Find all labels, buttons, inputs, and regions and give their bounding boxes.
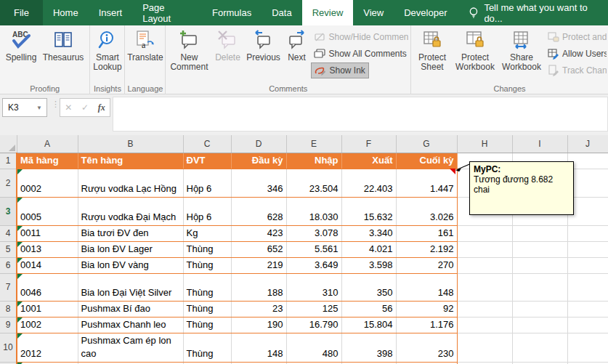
name-box-dropdown-icon[interactable]: ▼ <box>36 105 46 111</box>
column-header-F[interactable]: F <box>341 135 396 153</box>
table-row-cell[interactable]: Bia tươi ĐV đen <box>78 225 183 241</box>
row-header-2[interactable]: 2 <box>0 169 17 197</box>
table-row-cell[interactable]: Pushmax Chanh leo <box>78 317 183 333</box>
table-row-cell[interactable]: Bia lon ĐV Lager <box>78 241 183 257</box>
allow-users-button[interactable]: Allow Users to <box>545 46 607 62</box>
insert-function-icon[interactable]: fx <box>98 102 105 113</box>
table-row-cell[interactable]: 1.176 <box>396 317 457 333</box>
table-row-cell[interactable]: 0014 <box>17 257 78 273</box>
comment-box[interactable]: MyPC: Tương đương 8.682 chai <box>469 161 574 215</box>
tab-data[interactable]: Data <box>262 0 301 25</box>
cell-empty[interactable] <box>567 225 608 241</box>
table-row-cell[interactable]: Pushmax Bí đao <box>78 301 183 317</box>
tab-page-layout[interactable]: Page Layout <box>132 0 202 25</box>
row-header-6[interactable]: 6 <box>0 257 17 273</box>
table-row-cell[interactable]: 3.649 <box>286 257 341 273</box>
cell-empty[interactable] <box>567 333 608 362</box>
table-row-cell[interactable]: 5.561 <box>286 241 341 257</box>
column-header-B[interactable]: B <box>78 135 183 153</box>
protect-and-share-button[interactable]: Protect and Sh <box>545 29 607 45</box>
table-row-cell[interactable]: 161 <box>396 225 457 241</box>
table-row-cell[interactable]: 92 <box>396 301 457 317</box>
table-row-cell[interactable]: 2012 <box>17 333 78 362</box>
cell-empty[interactable] <box>512 301 567 317</box>
tab-formulas[interactable]: Formulas <box>202 0 262 25</box>
cell-empty[interactable] <box>512 333 567 362</box>
row-header-5[interactable]: 5 <box>0 241 17 257</box>
table-row-cell[interactable]: 1001 <box>17 301 78 317</box>
row-header-8[interactable]: 8 <box>0 301 17 317</box>
table-header-cell[interactable]: ĐVT <box>183 153 231 169</box>
table-row-cell[interactable]: 398 <box>341 333 396 362</box>
protect-workbook-button[interactable]: Protect Workbook <box>452 27 498 82</box>
table-row-cell[interactable]: Kg <box>183 225 231 241</box>
next-comment-button[interactable]: Next <box>282 27 311 82</box>
table-row-cell[interactable]: 56 <box>341 301 396 317</box>
smart-lookup-button[interactable]: Smart Lookup <box>92 27 123 82</box>
row-header-10[interactable]: 10 <box>0 333 17 362</box>
table-row-cell[interactable]: Hộp 6 <box>183 197 231 225</box>
table-header-cell[interactable]: Nhập <box>286 153 341 169</box>
cell-empty[interactable] <box>457 301 512 317</box>
table-row-cell[interactable]: 270 <box>396 257 457 273</box>
table-row-cell[interactable]: 480 <box>286 333 341 362</box>
new-comment-button[interactable]: New Comment <box>167 27 211 82</box>
table-row-cell[interactable]: 3.598 <box>341 257 396 273</box>
table-header-cell[interactable]: Xuất <box>341 153 396 169</box>
table-row-cell[interactable]: 18.030 <box>286 197 341 225</box>
table-row-cell[interactable]: 346 <box>231 169 286 197</box>
table-row-cell[interactable]: 0011 <box>17 225 78 241</box>
table-row-cell[interactable]: 3.340 <box>341 225 396 241</box>
cell-empty[interactable] <box>567 257 608 273</box>
thesaurus-button[interactable]: Thesaurus <box>41 27 86 82</box>
cell-empty[interactable] <box>457 317 512 333</box>
row-header-1[interactable]: 1 <box>0 153 17 169</box>
table-row-cell[interactable]: 148 <box>396 273 457 301</box>
row-header-7[interactable]: 7 <box>0 273 17 301</box>
cell-empty[interactable] <box>457 333 512 362</box>
table-row-cell[interactable]: 15.804 <box>341 317 396 333</box>
show-hide-comment-button[interactable]: Show/Hide Comment <box>311 29 408 45</box>
table-row-cell[interactable]: Pushmax Cam ép lon cao <box>78 333 183 362</box>
table-row-cell[interactable]: Thùng <box>183 333 231 362</box>
cell-empty[interactable] <box>457 241 512 257</box>
table-row-cell[interactable]: 23.504 <box>286 169 341 197</box>
cell-empty[interactable] <box>567 317 608 333</box>
column-header-G[interactable]: G <box>396 135 457 153</box>
table-row-cell[interactable]: 23 <box>231 301 286 317</box>
table-row-cell[interactable]: 16.790 <box>286 317 341 333</box>
tab-home[interactable]: Home <box>43 0 89 25</box>
enter-icon[interactable]: ✓ <box>81 102 89 113</box>
table-row-cell[interactable]: 188 <box>231 273 286 301</box>
tab-developer[interactable]: Developer <box>394 0 457 25</box>
column-header-A[interactable]: A <box>17 135 78 153</box>
table-header-cell[interactable]: Mã hàng <box>17 153 78 169</box>
name-box[interactable]: K3 ▼ <box>2 98 47 117</box>
show-ink-button[interactable]: Show Ink <box>311 62 368 78</box>
cell-empty[interactable] <box>567 301 608 317</box>
formula-input[interactable] <box>113 97 608 132</box>
table-header-cell[interactable]: Tên hàng <box>78 153 183 169</box>
tell-me-box[interactable]: Tell me what you want to do... <box>460 0 608 25</box>
table-header-cell[interactable]: Đầu kỳ <box>231 153 286 169</box>
table-row-cell[interactable]: 125 <box>286 301 341 317</box>
table-row-cell[interactable]: 1.447 <box>396 169 457 197</box>
cell-empty[interactable] <box>457 273 512 301</box>
previous-comment-button[interactable]: Previous <box>244 27 282 82</box>
table-row-cell[interactable]: Rượu vodka Lạc Hồng <box>78 169 183 197</box>
select-all-corner[interactable] <box>0 135 17 153</box>
translate-button[interactable]: a Translate <box>126 27 163 82</box>
table-row-cell[interactable]: Rượu vodka Đại Mạch <box>78 197 183 225</box>
column-header-C[interactable]: C <box>183 135 231 153</box>
cell-empty[interactable] <box>567 273 608 301</box>
table-row-cell[interactable]: 3.026 <box>396 197 457 225</box>
column-header-J[interactable]: J <box>567 135 608 153</box>
table-row-cell[interactable]: Hộp 6 <box>183 169 231 197</box>
table-row-cell[interactable]: 1002 <box>17 317 78 333</box>
table-row-cell[interactable]: 652 <box>231 241 286 257</box>
table-row-cell[interactable]: Thùng <box>183 317 231 333</box>
protect-sheet-button[interactable]: Protect Sheet <box>413 27 452 82</box>
table-row-cell[interactable]: 628 <box>231 197 286 225</box>
column-header-H[interactable]: H <box>457 135 512 153</box>
tab-view[interactable]: View <box>353 0 394 25</box>
